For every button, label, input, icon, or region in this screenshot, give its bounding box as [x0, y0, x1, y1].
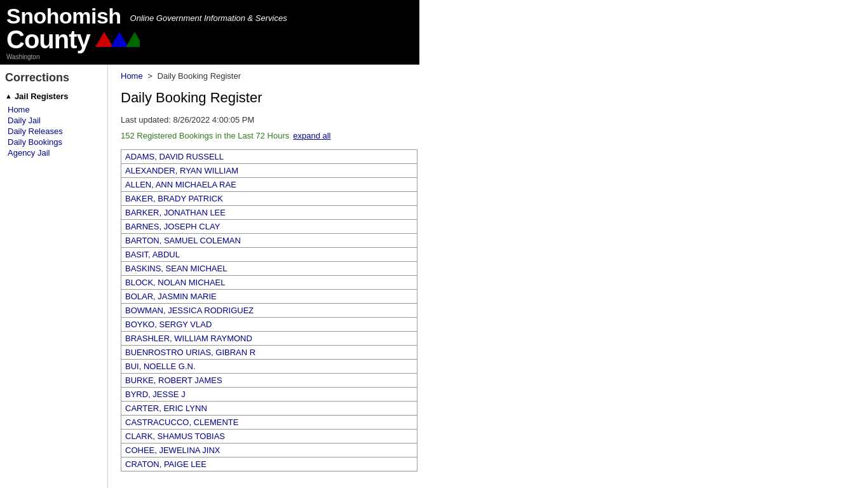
sidebar-item-home[interactable]: Home [8, 105, 102, 114]
table-row[interactable]: ALEXANDER, RYAN WILLIAM [121, 164, 417, 178]
sidebar-item-agency-jail[interactable]: Agency Jail [8, 148, 102, 158]
booking-name-link[interactable]: BARTON, SAMUEL COLEMAN [125, 236, 241, 245]
breadcrumb: Home > Daily Booking Register [121, 71, 855, 81]
logo-triangles [94, 29, 140, 48]
sidebar-link-daily-releases[interactable]: Daily Releases [8, 126, 63, 136]
booking-name-link[interactable]: BRASHLER, WILLIAM RAYMOND [125, 334, 252, 343]
booking-name-link[interactable]: CRATON, PAIGE LEE [125, 459, 207, 469]
svg-marker-1 [111, 32, 128, 47]
booking-name-link[interactable]: ALEXANDER, RYAN WILLIAM [125, 166, 238, 175]
booking-name-link[interactable]: BYRD, JESSE J [125, 390, 186, 399]
booking-name-link[interactable]: CARTER, ERIC LYNN [125, 403, 207, 413]
booking-name-link[interactable]: COHEE, JEWELINA JINX [125, 445, 220, 455]
up-arrow-icon: ▲ [5, 92, 12, 100]
table-row[interactable]: BOYKO, SERGY VLAD [121, 318, 417, 332]
table-row[interactable]: BAKER, BRADY PATRICK [121, 192, 417, 206]
booking-name-link[interactable]: BOLAR, JASMIN MARIE [125, 292, 217, 301]
table-row[interactable]: BYRD, JESSE J [121, 388, 417, 402]
expand-all-link[interactable]: expand all [293, 131, 330, 140]
bookings-table: ADAMS, DAVID RUSSELLALEXANDER, RYAN WILL… [121, 149, 417, 471]
booking-name-link[interactable]: BASIT, ABDUL [125, 250, 180, 259]
jail-registers-header: ▲ Jail Registers [5, 92, 102, 101]
sidebar-link-daily-bookings[interactable]: Daily Bookings [8, 137, 62, 147]
table-row[interactable]: BARKER, JONATHAN LEE [121, 206, 417, 220]
bookings-summary: 152 Registered Bookings in the Last 72 H… [121, 131, 855, 140]
breadcrumb-separator: > [147, 71, 153, 81]
sidebar-nav: Home Daily Jail Daily Releases Daily Boo… [5, 105, 102, 158]
booking-name-link[interactable]: BARKER, JONATHAN LEE [125, 208, 226, 217]
washington-label: Washington [6, 53, 287, 60]
booking-name-link[interactable]: BOYKO, SERGY VLAD [125, 320, 212, 329]
booking-name-link[interactable]: ALLEN, ANN MICHAELA RAE [125, 180, 236, 189]
table-row[interactable]: CLARK, SHAMUS TOBIAS [121, 430, 417, 444]
table-row[interactable]: BARNES, JOSEPH CLAY [121, 220, 417, 234]
sidebar-item-daily-releases[interactable]: Daily Releases [8, 126, 102, 136]
booking-name-link[interactable]: ADAMS, DAVID RUSSELL [125, 152, 224, 161]
sidebar-section-title: Corrections [5, 71, 102, 85]
table-row[interactable]: BASIT, ABDUL [121, 248, 417, 262]
table-row[interactable]: BOLAR, JASMIN MARIE [121, 290, 417, 304]
tagline: Online Government Information & Services [121, 13, 287, 27]
bookings-count-text: 152 Registered Bookings in the Last 72 H… [121, 131, 289, 140]
site-name-line1: Snohomish [6, 5, 121, 27]
sidebar-item-daily-jail[interactable]: Daily Jail [8, 116, 102, 125]
table-row[interactable]: BUENROSTRO URIAS, GIBRAN R [121, 346, 417, 360]
booking-name-link[interactable]: BAKER, BRADY PATRICK [125, 194, 223, 203]
booking-name-link[interactable]: BASKINS, SEAN MICHAEL [125, 264, 227, 273]
booking-name-link[interactable]: BURKE, ROBERT JAMES [125, 376, 222, 385]
table-row[interactable]: BUI, NOELLE G.N. [121, 360, 417, 374]
site-name-line2: County [6, 27, 90, 52]
table-row[interactable]: BURKE, ROBERT JAMES [121, 374, 417, 388]
breadcrumb-current: Daily Booking Register [158, 71, 241, 81]
sidebar-link-daily-jail[interactable]: Daily Jail [8, 116, 41, 125]
booking-name-link[interactable]: BARNES, JOSEPH CLAY [125, 222, 220, 231]
table-row[interactable]: BLOCK, NOLAN MICHAEL [121, 276, 417, 290]
table-row[interactable]: CRATON, PAIGE LEE [121, 458, 417, 471]
table-row[interactable]: CARTER, ERIC LYNN [121, 402, 417, 416]
table-row[interactable]: BARTON, SAMUEL COLEMAN [121, 234, 417, 248]
svg-marker-0 [95, 32, 113, 47]
svg-marker-2 [126, 32, 140, 47]
sidebar-link-home[interactable]: Home [8, 105, 30, 114]
booking-name-link[interactable]: BUENROSTRO URIAS, GIBRAN R [125, 348, 255, 357]
sidebar-item-daily-bookings[interactable]: Daily Bookings [8, 137, 102, 147]
breadcrumb-home-link[interactable]: Home [121, 71, 143, 81]
last-updated: Last updated: 8/26/2022 4:00:05 PM [121, 115, 855, 125]
booking-name-link[interactable]: CASTRACUCCO, CLEMENTE [125, 417, 238, 427]
table-row[interactable]: CASTRACUCCO, CLEMENTE [121, 416, 417, 430]
table-row[interactable]: ALLEN, ANN MICHAELA RAE [121, 178, 417, 192]
booking-name-link[interactable]: BLOCK, NOLAN MICHAEL [125, 278, 226, 287]
table-row[interactable]: COHEE, JEWELINA JINX [121, 444, 417, 458]
booking-name-link[interactable]: BUI, NOELLE G.N. [125, 362, 196, 371]
booking-name-link[interactable]: BOWMAN, JESSICA RODRIGUEZ [125, 306, 254, 315]
booking-name-link[interactable]: CLARK, SHAMUS TOBIAS [125, 431, 225, 441]
table-row[interactable]: BRASHLER, WILLIAM RAYMOND [121, 332, 417, 346]
sidebar-link-agency-jail[interactable]: Agency Jail [8, 148, 50, 158]
table-row[interactable]: ADAMS, DAVID RUSSELL [121, 150, 417, 164]
page-title: Daily Booking Register [121, 90, 855, 106]
table-row[interactable]: BASKINS, SEAN MICHAEL [121, 262, 417, 276]
table-row[interactable]: BOWMAN, JESSICA RODRIGUEZ [121, 304, 417, 318]
